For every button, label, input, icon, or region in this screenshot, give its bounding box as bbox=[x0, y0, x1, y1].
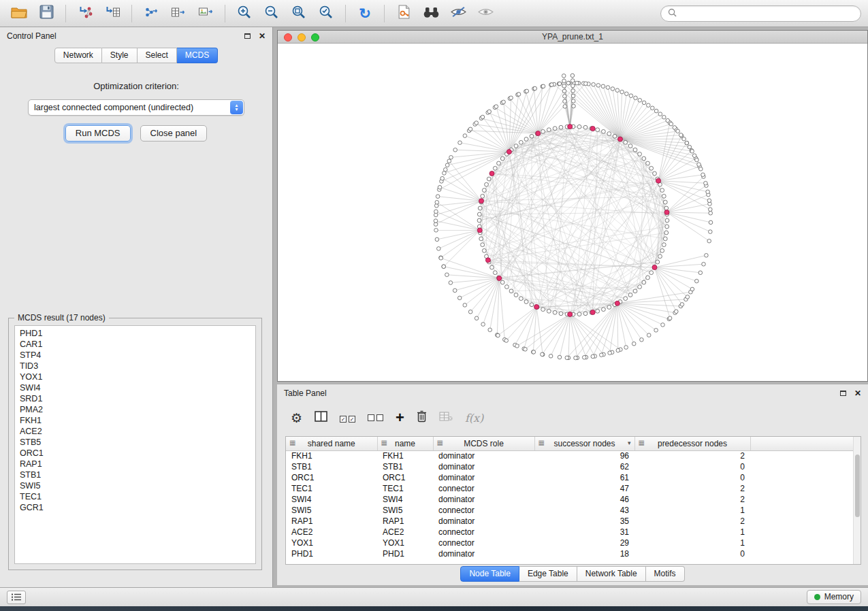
table-scrollbar-thumb[interactable] bbox=[855, 455, 860, 517]
table-cell[interactable]: dominator bbox=[433, 472, 534, 483]
mcds-result-item[interactable]: RAP1 bbox=[20, 459, 251, 469]
table-cell[interactable]: 62 bbox=[534, 461, 634, 472]
table-cell[interactable]: 47 bbox=[534, 483, 634, 494]
table-cell[interactable]: ACE2 bbox=[286, 527, 377, 538]
open-session-button[interactable] bbox=[7, 3, 31, 24]
table-cell[interactable]: 0 bbox=[634, 472, 750, 483]
mcds-result-item[interactable]: TID3 bbox=[20, 361, 251, 371]
memory-button[interactable]: Memory bbox=[807, 590, 861, 604]
close-table-panel-icon[interactable]: ✕ bbox=[854, 389, 861, 397]
table-tab-network-table[interactable]: Network Table bbox=[577, 566, 646, 582]
table-cell[interactable]: 1 bbox=[634, 505, 750, 516]
export-table-button[interactable] bbox=[166, 3, 191, 24]
table-cell[interactable]: 2 bbox=[634, 516, 750, 527]
search-input[interactable] bbox=[681, 8, 854, 19]
table-cell[interactable]: 0 bbox=[634, 461, 750, 472]
table-tab-motifs[interactable]: Motifs bbox=[646, 566, 685, 582]
save-session-button[interactable] bbox=[34, 3, 59, 24]
column-header-successor-nodes[interactable]: ▦successor nodes▾ bbox=[534, 437, 634, 450]
network-window-titlebar[interactable]: YPA_prune.txt_1 bbox=[278, 31, 867, 44]
table-row[interactable]: STB1STB1dominator620 bbox=[286, 461, 861, 472]
table-cell[interactable]: connector bbox=[433, 505, 534, 516]
table-cell[interactable]: 1 bbox=[634, 527, 750, 538]
table-cell[interactable]: dominator bbox=[433, 461, 534, 472]
table-row[interactable]: YOX1YOX1connector291 bbox=[286, 538, 861, 548]
mcds-result-item[interactable]: SRD1 bbox=[20, 393, 251, 404]
table-cell[interactable]: 2 bbox=[634, 450, 750, 461]
unselect-all-columns-button[interactable] bbox=[368, 412, 383, 424]
table-cell[interactable]: dominator bbox=[433, 516, 534, 527]
table-cell[interactable]: 29 bbox=[534, 538, 634, 548]
find-button[interactable] bbox=[419, 3, 443, 24]
table-row[interactable]: ACE2ACE2connector311 bbox=[286, 527, 861, 538]
maximize-window-button[interactable] bbox=[311, 33, 319, 42]
table-cell[interactable]: 43 bbox=[534, 505, 634, 516]
import-table-button[interactable] bbox=[100, 3, 125, 24]
import-network-button[interactable] bbox=[73, 3, 97, 24]
float-table-panel-icon[interactable] bbox=[840, 391, 846, 396]
export-network-button[interactable] bbox=[139, 3, 163, 24]
mcds-result-item[interactable]: FKH1 bbox=[20, 415, 251, 426]
mcds-result-item[interactable]: ACE2 bbox=[20, 426, 251, 437]
table-cell[interactable]: dominator bbox=[433, 450, 534, 461]
mcds-result-item[interactable]: SWI4 bbox=[20, 382, 251, 393]
table-cell[interactable]: 0 bbox=[634, 548, 750, 559]
table-cell[interactable]: connector bbox=[433, 483, 534, 494]
table-cell[interactable]: RAP1 bbox=[286, 516, 377, 527]
mcds-result-list[interactable]: PHD1CAR1STP4TID3YOX1SWI4SRD1PMA2FKH1ACE2… bbox=[14, 325, 256, 564]
table-cell[interactable]: YOX1 bbox=[286, 538, 377, 548]
table-cell[interactable]: 2 bbox=[634, 494, 750, 505]
float-panel-icon[interactable] bbox=[244, 33, 251, 39]
tab-style[interactable]: Style bbox=[102, 48, 138, 63]
column-header-shared-name[interactable]: ▦shared name bbox=[286, 437, 377, 450]
table-cell[interactable]: ACE2 bbox=[377, 527, 433, 538]
task-history-button[interactable] bbox=[7, 591, 26, 604]
table-cell[interactable]: dominator bbox=[433, 494, 534, 505]
table-cell[interactable]: 96 bbox=[534, 450, 634, 461]
close-panel-icon[interactable]: ✕ bbox=[259, 32, 266, 40]
table-settings-button[interactable]: ⚙ bbox=[291, 412, 302, 425]
network-canvas[interactable] bbox=[278, 44, 867, 381]
table-row[interactable]: RAP1RAP1dominator352 bbox=[286, 516, 861, 527]
search-field[interactable] bbox=[660, 5, 861, 22]
zoom-out-button[interactable] bbox=[259, 3, 284, 24]
table-cell[interactable]: TEC1 bbox=[377, 483, 433, 494]
table-cell[interactable]: YOX1 bbox=[377, 538, 433, 548]
table-cell[interactable]: 61 bbox=[534, 472, 634, 483]
close-window-button[interactable] bbox=[284, 33, 292, 42]
table-scrollbar[interactable] bbox=[853, 437, 861, 564]
table-row[interactable]: PHD1PHD1dominator180 bbox=[286, 548, 861, 559]
clone-network-button[interactable] bbox=[391, 3, 416, 24]
table-cell[interactable]: SWI5 bbox=[377, 505, 433, 516]
toggle-graphics-details-button[interactable] bbox=[446, 3, 470, 24]
table-row[interactable]: FKH1FKH1dominator962 bbox=[286, 450, 861, 461]
tab-network[interactable]: Network bbox=[54, 48, 102, 63]
add-column-button[interactable]: + bbox=[396, 410, 404, 425]
show-details-button[interactable] bbox=[473, 3, 498, 24]
table-cell[interactable]: connector bbox=[433, 527, 534, 538]
mcds-result-item[interactable]: STB1 bbox=[20, 469, 251, 480]
delete-column-button[interactable] bbox=[417, 410, 427, 425]
mcds-result-item[interactable]: STB5 bbox=[20, 437, 251, 448]
mcds-result-item[interactable]: CAR1 bbox=[20, 339, 251, 350]
tab-select[interactable]: Select bbox=[138, 48, 177, 63]
table-cell[interactable]: 2 bbox=[634, 483, 750, 494]
table-cell[interactable]: STB1 bbox=[377, 461, 433, 472]
apply-layout-button[interactable]: ↻ bbox=[353, 3, 377, 24]
zoom-selected-button[interactable] bbox=[314, 3, 338, 24]
mcds-result-item[interactable]: ORC1 bbox=[20, 448, 251, 459]
table-row[interactable]: SWI4SWI4dominator462 bbox=[286, 494, 861, 505]
criterion-dropdown[interactable]: largest connected component (undirected)… bbox=[28, 99, 244, 116]
table-cell[interactable]: SWI5 bbox=[286, 505, 377, 516]
table-cell[interactable]: 1 bbox=[634, 538, 750, 548]
table-cell[interactable]: PHD1 bbox=[377, 548, 433, 559]
column-header-MCDS-role[interactable]: ▦MCDS role bbox=[433, 437, 534, 450]
table-tab-node-table[interactable]: Node Table bbox=[460, 566, 519, 582]
table-cell[interactable]: SWI4 bbox=[286, 494, 377, 505]
table-cell[interactable]: ORC1 bbox=[377, 472, 433, 483]
table-row[interactable]: ORC1ORC1dominator610 bbox=[286, 472, 861, 483]
table-cell[interactable]: SWI4 bbox=[377, 494, 433, 505]
column-header-name[interactable]: ▦name bbox=[377, 437, 433, 450]
table-cell[interactable]: ORC1 bbox=[286, 472, 377, 483]
table-tab-edge-table[interactable]: Edge Table bbox=[519, 566, 577, 582]
